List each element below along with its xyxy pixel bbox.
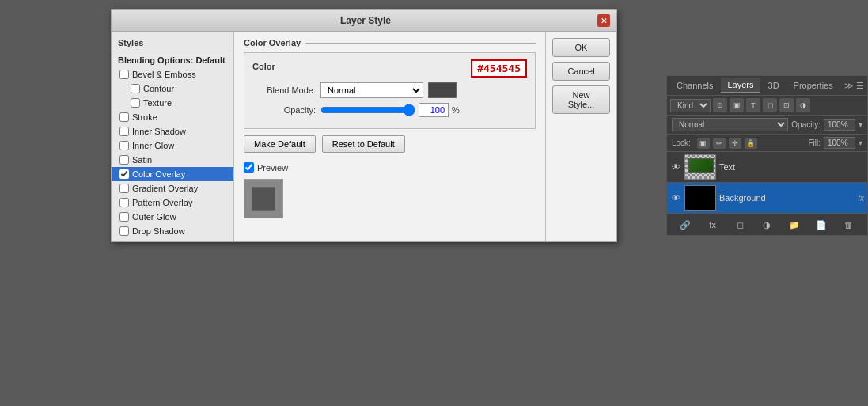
panel-bottom-toolbar: 🔗 fx ◻ ◑ 📁 📄 🗑 — [667, 214, 867, 235]
layer-style-dialog: Layer Style ✕ Styles Blending Options: D… — [111, 9, 617, 242]
fill-value[interactable]: 100% — [824, 137, 855, 149]
opacity-input[interactable]: 100 — [419, 103, 449, 117]
type-icon[interactable]: T — [746, 98, 760, 112]
eye-icon-text[interactable]: 👁 — [670, 161, 681, 173]
sidebar-item-contour[interactable]: Contour — [112, 82, 233, 96]
link-icon[interactable]: 🔗 — [678, 218, 692, 232]
drop-shadow-label: Drop Shadow — [132, 226, 185, 236]
color-swatch[interactable] — [428, 82, 457, 98]
tab-properties[interactable]: Properties — [787, 78, 840, 93]
opacity-row: Opacity: 100 % — [252, 103, 527, 117]
make-default-button[interactable]: Make Default — [244, 135, 316, 153]
kind-select[interactable]: Kind — [670, 99, 711, 112]
opacity-label-dialog: Opacity: — [252, 105, 316, 115]
eye-icon-background[interactable]: 👁 — [670, 192, 681, 203]
inner-shadow-label: Inner Shadow — [132, 127, 186, 136]
default-buttons-row: Make Default Reset to Default — [244, 135, 536, 153]
group-icon[interactable]: 📁 — [787, 218, 802, 232]
cancel-button[interactable]: Cancel — [552, 62, 610, 81]
preview-row: Preview — [244, 162, 288, 173]
opacity-value[interactable]: 100% — [824, 119, 855, 131]
color-overlay-label: Color Overlay — [132, 169, 185, 179]
blending-options-label: Blending Options: Default — [118, 55, 226, 65]
sidebar-item-outer-glow[interactable]: Outer Glow — [112, 210, 233, 224]
texture-checkbox[interactable] — [131, 98, 140, 108]
mask-icon[interactable]: ◻ — [733, 218, 747, 232]
shape-icon[interactable]: ◻ — [763, 98, 777, 112]
dialog-main-content: Color Overlay Color #454545 Blend Mode: … — [234, 32, 545, 241]
color-hex-badge[interactable]: #454545 — [471, 59, 527, 78]
dialog-title: Layer Style — [134, 15, 597, 26]
bevel-emboss-checkbox[interactable] — [119, 70, 129, 79]
smart-icon[interactable]: ⊡ — [779, 98, 794, 112]
color-overlay-checkbox[interactable] — [119, 169, 129, 179]
preview-checkbox[interactable] — [244, 162, 254, 173]
inner-glow-checkbox[interactable] — [119, 141, 129, 150]
gradient-overlay-checkbox[interactable] — [119, 184, 129, 193]
blend-mode-select-dialog[interactable]: Normal Dissolve Multiply Screen — [320, 82, 423, 98]
tab-channels[interactable]: Channels — [670, 78, 719, 93]
contour-checkbox[interactable] — [131, 84, 140, 93]
lock-row: Lock: ▣ ✏ ✛ 🔒 Fill: 100% ▾ — [667, 135, 867, 152]
lock-image-icon[interactable]: ✏ — [713, 138, 726, 149]
filter-icon[interactable]: ⊙ — [713, 98, 727, 112]
layers-list: 👁 Text 👁 Background fx — [667, 152, 867, 214]
close-button[interactable]: ✕ — [597, 14, 610, 27]
fill-label: Fill: — [808, 138, 821, 147]
sidebar-item-satin[interactable]: Satin — [112, 153, 233, 167]
lock-transparency-icon[interactable]: ▣ — [697, 138, 710, 149]
lock-position-icon[interactable]: ✛ — [729, 138, 741, 149]
kind-toolbar: Kind ⊙ ▣ T ◻ ⊡ ◑ — [667, 96, 867, 116]
layers-panel: Channels Layers 3D Properties ≫ ☰ Kind ⊙… — [666, 75, 868, 236]
blend-mode-select[interactable]: Normal — [672, 118, 788, 131]
fx-icon[interactable]: fx — [706, 218, 720, 232]
contour-label: Contour — [143, 84, 174, 93]
sidebar-item-bevel-emboss[interactable]: Bevel & Emboss — [112, 67, 233, 82]
layer-background[interactable]: 👁 Background fx — [667, 183, 867, 214]
sidebar-item-inner-glow[interactable]: Inner Glow — [112, 138, 233, 153]
satin-checkbox[interactable] — [119, 155, 129, 165]
drop-shadow-checkbox[interactable] — [119, 226, 129, 236]
reset-default-button[interactable]: Reset to Default — [322, 135, 405, 153]
sidebar-item-gradient-overlay[interactable]: Gradient Overlay — [112, 181, 233, 195]
satin-label: Satin — [132, 155, 152, 165]
pixel-icon[interactable]: ▣ — [730, 98, 744, 112]
layer-text[interactable]: 👁 Text — [667, 152, 867, 183]
opacity-arrow[interactable]: ▾ — [859, 120, 862, 129]
pattern-overlay-checkbox[interactable] — [119, 198, 129, 207]
sidebar-item-drop-shadow[interactable]: Drop Shadow — [112, 224, 233, 238]
gradient-overlay-label: Gradient Overlay — [132, 184, 198, 193]
adjustment-layer-icon[interactable]: ◑ — [760, 218, 774, 232]
fx-badge[interactable]: fx — [858, 194, 864, 203]
dialog-titlebar: Layer Style ✕ — [112, 10, 616, 32]
sidebar-item-pattern-overlay[interactable]: Pattern Overlay — [112, 195, 233, 210]
sidebar-item-color-overlay[interactable]: Color Overlay — [112, 167, 233, 181]
sidebar-item-blending-options[interactable]: Blending Options: Default — [112, 53, 233, 67]
outer-glow-checkbox[interactable] — [119, 212, 129, 222]
fill-arrow[interactable]: ▾ — [859, 138, 862, 147]
color-section-box: Color #454545 Blend Mode: Normal Dissolv… — [244, 52, 536, 129]
ok-button[interactable]: OK — [552, 38, 610, 57]
sidebar-item-texture[interactable]: Texture — [112, 96, 233, 110]
pattern-overlay-label: Pattern Overlay — [132, 198, 192, 207]
lock-all-icon[interactable]: 🔒 — [745, 138, 757, 149]
outer-glow-label: Outer Glow — [132, 212, 176, 222]
sidebar-item-inner-shadow[interactable]: Inner Shadow — [112, 124, 233, 138]
blend-mode-row: Blend Mode: Normal Dissolve Multiply Scr… — [252, 82, 527, 98]
new-layer-icon[interactable]: 📄 — [814, 218, 828, 232]
adjustment-icon[interactable]: ◑ — [796, 98, 810, 112]
texture-label: Texture — [143, 98, 172, 108]
dialog-sidebar: Styles Blending Options: Default Bevel &… — [112, 32, 234, 241]
delete-icon[interactable]: 🗑 — [842, 218, 856, 232]
inner-shadow-checkbox[interactable] — [119, 127, 129, 136]
stroke-checkbox[interactable] — [119, 112, 129, 122]
new-style-button[interactable]: New Style... — [552, 85, 610, 114]
color-box-title: Color — [252, 62, 275, 71]
tab-3d[interactable]: 3D — [762, 78, 786, 93]
layer-thumb-background — [684, 185, 716, 211]
sidebar-item-stroke[interactable]: Stroke — [112, 110, 233, 124]
opacity-slider[interactable] — [320, 104, 415, 116]
tab-layers[interactable]: Layers — [721, 78, 760, 93]
panel-menu-icon[interactable]: ≫ ☰ — [844, 81, 864, 91]
panel-tabs: Channels Layers 3D Properties ≫ ☰ — [667, 76, 867, 96]
